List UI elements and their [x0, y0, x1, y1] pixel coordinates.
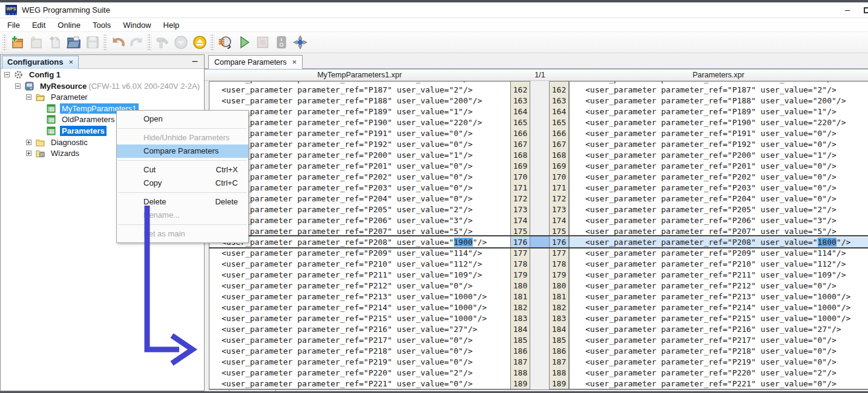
- download-icon: [174, 35, 188, 50]
- code-line: <user_parameter parameter_ref="P214" use…: [209, 302, 510, 313]
- context-menu: OpenHide/Unhide ParametersCompare Parame…: [116, 110, 249, 243]
- code-line: <user_parameter parameter_ref="P188" use…: [570, 96, 868, 106]
- context-item-delete[interactable]: DeleteDelete: [117, 195, 248, 209]
- line-number: 169: [550, 161, 568, 172]
- close-icon[interactable]: ×: [292, 57, 297, 67]
- tab-configurations[interactable]: Configurations×: [2, 56, 79, 69]
- new-config-button[interactable]: [8, 33, 27, 51]
- code-line: <user_parameter parameter_ref="P208" use…: [570, 237, 868, 248]
- context-item-hide-unhide-parameters[interactable]: Hide/Unhide Parameters: [117, 131, 248, 145]
- new-file-button[interactable]: [45, 33, 64, 51]
- menu-tools[interactable]: Tools: [87, 19, 117, 31]
- page-indicator: 1/1: [511, 70, 569, 81]
- context-item-open[interactable]: Open: [117, 112, 248, 126]
- line-number: 162: [511, 85, 530, 96]
- window-maximize-button[interactable]: [864, 7, 868, 13]
- collapse-minus-icon[interactable]: [15, 83, 21, 89]
- context-item-cut[interactable]: CutCtrl+X: [117, 163, 248, 177]
- tree-item-myresource[interactable]: MyResource (CFW-11 v6.0X 200-240V 2-2A): [1, 80, 204, 92]
- run-button[interactable]: [234, 33, 253, 51]
- menu-help[interactable]: Help: [157, 19, 186, 31]
- close-icon[interactable]: ×: [68, 57, 73, 67]
- application-window: WPS WEG Programming Suite – FileEditOnli…: [0, 0, 868, 393]
- param-table-icon: [47, 126, 56, 135]
- toolbar-separator: [103, 34, 107, 50]
- menu-file[interactable]: File: [1, 19, 26, 31]
- power-switch-button[interactable]: [272, 33, 291, 51]
- menu-separator: [118, 224, 247, 225]
- context-item-compare-parameters[interactable]: Compare Parameters: [117, 145, 248, 158]
- code-line: <user_parameter parameter_ref="P218" use…: [570, 346, 868, 357]
- line-number: 189: [550, 378, 568, 389]
- collapse-minus-icon[interactable]: [4, 72, 10, 77]
- upload-icon: [192, 35, 207, 50]
- code-line: <user_parameter parameter_ref="P212" use…: [570, 281, 868, 291]
- line-number: 184: [550, 324, 568, 335]
- build-tools-button[interactable]: [153, 33, 171, 51]
- context-item-label: Rename...: [143, 210, 180, 219]
- code-line: <user_parameter parameter_ref="P221" use…: [570, 378, 868, 389]
- code-line: <user_parameter parameter_ref="P200" use…: [570, 150, 868, 161]
- open-folder-button[interactable]: [64, 33, 83, 51]
- code-line: <user_parameter parameter_ref="P215" use…: [570, 313, 868, 324]
- code-line: <user_parameter parameter_ref="P220" use…: [570, 368, 868, 378]
- code-line: <user_parameter parameter_ref="P201" use…: [209, 161, 510, 172]
- line-number: 180: [511, 281, 530, 291]
- new-resource-icon: [29, 35, 44, 50]
- collapse-minus-icon[interactable]: [26, 94, 31, 100]
- toolbar-separator: [147, 34, 151, 50]
- diff-connector: [530, 236, 549, 247]
- build-tools-icon: [155, 35, 169, 50]
- stop-button[interactable]: [253, 33, 272, 51]
- download-button[interactable]: [171, 33, 190, 51]
- panel-minimize-button[interactable]: –: [187, 55, 203, 68]
- menu-separator: [118, 192, 247, 193]
- line-number: 180: [550, 281, 568, 291]
- open-folder-icon: [67, 35, 81, 50]
- line-number: 167: [511, 139, 530, 150]
- fan-button[interactable]: [291, 33, 309, 51]
- expand-plus-icon[interactable]: [26, 140, 31, 145]
- code-line: <user_parameter parameter_ref="P189" use…: [570, 106, 868, 117]
- upload-button[interactable]: [190, 33, 209, 51]
- code-line: <user_parameter parameter_ref="P218" use…: [209, 346, 510, 357]
- gear-icon: [14, 70, 24, 79]
- expand-plus-icon[interactable]: [26, 151, 31, 156]
- line-number: 170: [511, 172, 530, 183]
- diff-value: 1900: [454, 238, 473, 247]
- connect-plug-button[interactable]: [215, 33, 234, 51]
- code-line: <user_parameter parameter_ref="P216" use…: [570, 324, 868, 335]
- menu-online[interactable]: Online: [51, 19, 87, 31]
- line-number: 179: [511, 270, 530, 281]
- context-item-set-as-main[interactable]: Set as main: [117, 227, 248, 241]
- line-number: 170: [550, 172, 568, 183]
- menu-edit[interactable]: Edit: [26, 19, 51, 31]
- code-line: <user_parameter parameter_ref="P210" use…: [570, 259, 868, 270]
- tree-item-config-1[interactable]: Config 1: [1, 69, 204, 80]
- window-minimize-button[interactable]: –: [838, 2, 856, 18]
- context-item-shortcut: Ctrl+X: [216, 163, 238, 177]
- diff-row-border-bottom: [209, 247, 868, 248]
- code-line: <user_parameter parameter_ref="P203" use…: [209, 183, 510, 193]
- save-button[interactable]: [83, 33, 102, 51]
- fan-icon: [293, 35, 307, 50]
- context-item-rename[interactable]: Rename...: [117, 209, 248, 222]
- line-number: 185: [550, 335, 568, 346]
- code-line: <user_parameter parameter_ref="P205" use…: [570, 204, 868, 215]
- code-line: <user_parameter parameter_ref="P213" use…: [209, 291, 510, 302]
- tab-compare-parameters[interactable]: Compare Parameters×: [208, 55, 303, 69]
- code-line: <user_parameter parameter_ref="P212" use…: [209, 281, 510, 291]
- menu-window[interactable]: Window: [117, 19, 157, 31]
- context-item-label: Set as main: [143, 229, 185, 238]
- menu-separator: [118, 128, 247, 129]
- undo-button[interactable]: [108, 33, 127, 51]
- context-item-copy[interactable]: CopyCtrl+C: [117, 177, 248, 190]
- line-number: 174: [550, 215, 568, 226]
- tree-item-parameter[interactable]: Parameter: [1, 91, 204, 103]
- new-resource-button[interactable]: [27, 33, 45, 51]
- compare-parameters-panel: Compare Parameters× MyTempParameters1.xp…: [205, 54, 868, 393]
- right-file-name: Parameters.xpr: [569, 70, 868, 81]
- redo-button[interactable]: [127, 33, 146, 51]
- context-item-shortcut: Delete: [215, 195, 238, 209]
- line-number: 186: [550, 346, 568, 357]
